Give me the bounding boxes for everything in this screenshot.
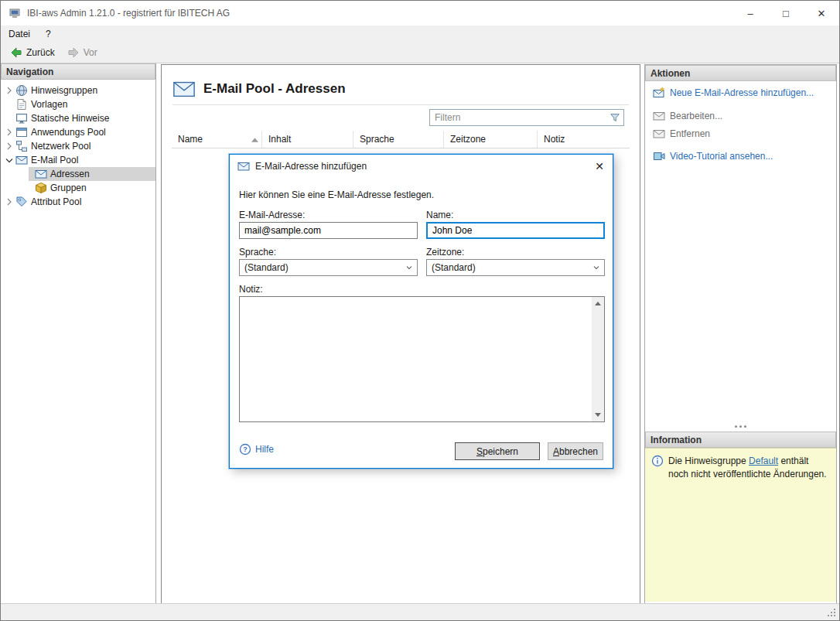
network-icon [15,140,28,152]
globe-icon [15,84,28,97]
app-window: IBI-aws Admin 1.21.0 - registriert für I… [0,0,840,621]
chevron-spacer [3,98,15,111]
action-edit[interactable]: Bearbeiten... [653,108,722,124]
envelope-plus-icon [653,87,665,99]
scroll-down-icon[interactable] [595,413,601,417]
filter-funnel-icon[interactable] [606,112,623,123]
tag-icon [15,196,28,208]
minimize-button[interactable]: – [732,1,768,26]
information-text-before: Die Hinweisgruppe [668,456,749,466]
package-icon [35,182,47,194]
forward-button-label: Vor [84,47,97,58]
chevron-right-icon[interactable] [3,126,15,138]
cancel-button-label: Abbrechen [553,446,598,457]
nav-item-adressen[interactable]: Adressen [29,167,155,181]
column-header-notiz[interactable]: Notiz [538,131,630,148]
timezone-select[interactable]: (Standard) [426,259,605,276]
nav-item-attribut-pool[interactable]: Attribut Pool [1,195,155,209]
column-header-zeitzone[interactable]: Zeitzone [444,131,538,148]
filter-input[interactable] [430,112,606,123]
maximize-button[interactable]: □ [768,1,804,26]
chevron-down-icon[interactable] [3,154,15,166]
title-bar: IBI-aws Admin 1.21.0 - registriert für I… [1,1,839,26]
forward-button[interactable]: Vor [63,44,102,61]
chevron-right-icon[interactable] [3,84,15,97]
action-label: Bearbeiten... [670,111,722,121]
nav-item-hinweisgruppen[interactable]: Hinweisgruppen [1,84,155,97]
chevron-right-icon[interactable] [3,196,15,208]
note-label: Notiz: [239,284,263,295]
page-title: E-Mail Pool - Adressen [203,81,346,97]
nav-item-label: Gruppen [50,183,87,193]
save-button[interactable]: Speichern [455,442,540,460]
nav-item-label: Hinweisgruppen [31,85,97,96]
textarea-scrollbar[interactable] [592,297,604,421]
action-video-tutorial[interactable]: Video-Tutorial ansehen... [653,148,773,164]
column-label: Name [178,134,203,145]
window-title: IBI-aws Admin 1.21.0 - registriert für I… [27,8,230,19]
dialog-title: E-Mail-Adresse hinzufügen [255,161,367,172]
right-column: Aktionen Neue E-Mail-Adresse hinzufügen.… [644,64,837,604]
column-header-name[interactable]: Name [172,131,262,148]
title-separator [172,104,629,105]
action-label: Neue E-Mail-Adresse hinzufügen... [670,87,814,98]
menu-help[interactable]: ? [38,26,59,42]
chevron-spacer [3,112,15,125]
language-select[interactable]: (Standard) [239,259,418,276]
envelope-icon [35,168,47,180]
back-arrow-icon [10,46,22,59]
note-textarea[interactable] [239,296,605,422]
nav-item-email-pool[interactable]: E-Mail Pool [1,153,155,167]
splitter-dots-icon [739,425,742,428]
envelope-remove-icon [653,128,665,140]
name-label: Name: [426,210,453,220]
dialog-description: Hier können Sie eine E-Mail-Adresse fest… [239,189,434,200]
nav-item-statische-hinweise[interactable]: Statische Hinweise [1,111,155,125]
envelope-icon [237,160,250,172]
nav-item-label: Anwendungs Pool [31,127,106,138]
video-icon [653,150,665,162]
panel-splitter-handle[interactable] [645,422,836,430]
chevron-down-icon [401,263,417,272]
envelope-icon [15,154,28,166]
timezone-label: Zeitzone: [426,247,464,258]
nav-item-gruppen[interactable]: Gruppen [29,181,155,195]
nav-item-label: E-Mail Pool [31,155,78,165]
cancel-button[interactable]: Abbrechen [548,442,603,460]
help-link[interactable]: ? Hilfe [239,443,274,456]
status-bar [1,603,839,620]
menu-datei[interactable]: Datei [1,26,38,42]
nav-item-vorlagen[interactable]: Vorlagen [1,97,155,111]
dialog-close-button[interactable]: ✕ [586,155,613,178]
column-header-inhalt[interactable]: Inhalt [262,131,353,148]
email-field[interactable] [239,222,418,239]
name-field[interactable] [426,222,605,239]
nav-item-label: Adressen [50,169,90,179]
column-label: Inhalt [268,134,291,145]
language-label: Sprache: [239,247,276,258]
action-label: Entfernen [670,128,710,139]
resize-grip-icon[interactable] [834,615,835,616]
nav-item-label: Vorlagen [31,99,67,110]
information-box: Die Hinweisgruppe Default enthält noch n… [645,448,836,602]
nav-item-netzwerk-pool[interactable]: Netzwerk Pool [1,139,155,153]
close-button[interactable]: ✕ [804,1,839,26]
email-pool-icon [172,77,196,101]
scroll-up-icon[interactable] [595,302,601,305]
navigation-tree: Hinweisgruppen Vorlagen Statische Hinwei… [1,80,155,209]
language-select-value: (Standard) [244,262,289,273]
action-remove[interactable]: Entfernen [653,126,710,142]
help-link-label: Hilfe [255,444,274,455]
nav-item-label: Statische Hinweise [31,113,109,124]
nav-item-label: Netzwerk Pool [31,141,90,152]
back-button[interactable]: Zurück [5,44,60,61]
column-header-sprache[interactable]: Sprache [353,131,444,148]
forward-arrow-icon [67,46,80,59]
chevron-right-icon[interactable] [3,140,15,152]
action-new-email-address[interactable]: Neue E-Mail-Adresse hinzufügen... [653,85,814,101]
nav-item-anwendungs-pool[interactable]: Anwendungs Pool [1,125,155,139]
filter-box [429,109,624,126]
default-group-link[interactable]: Default [749,456,778,466]
table-header: Name Inhalt Sprache Zeitzone Notiz [172,131,630,148]
navigation-panel: Navigation Hinweisgruppen Vorlagen Stati… [1,63,156,604]
